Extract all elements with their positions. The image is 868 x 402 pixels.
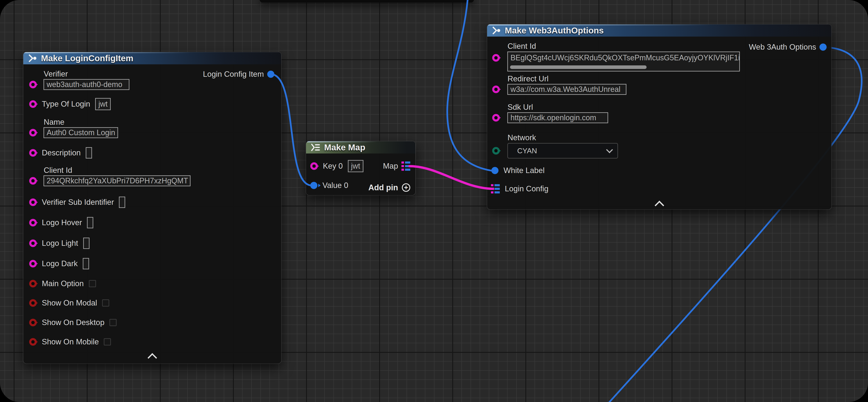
node-title: Make Web3AuthOptions	[505, 26, 604, 35]
white-label-label: White Label	[503, 166, 545, 175]
client-id-label: Client Id	[44, 166, 72, 175]
client-id-scrollbar[interactable]	[510, 65, 647, 69]
pin-web3auth-options[interactable]	[819, 44, 827, 51]
name-label: Name	[44, 118, 64, 126]
sdk-url-label: Sdk Url	[507, 103, 533, 112]
show-on-mobile-label: Show On Mobile	[42, 338, 99, 346]
pin-show-on-desktop[interactable]	[29, 319, 37, 326]
make-map-icon	[311, 143, 320, 151]
type-of-login-field[interactable]: jwt	[95, 98, 111, 110]
make-struct-icon	[28, 54, 37, 62]
output-label: Web 3Auth Options	[749, 43, 816, 52]
pin-network[interactable]	[492, 147, 500, 154]
pin-type-of-login[interactable]	[29, 100, 37, 108]
key-0-field[interactable]: jwt	[348, 160, 364, 172]
value-0-label: Value 0	[322, 181, 348, 190]
client-id-label: Client Id	[507, 42, 536, 51]
make-struct-icon	[492, 26, 501, 35]
pin-key-0[interactable]	[310, 162, 318, 170]
client-id-field[interactable]: BEglQSgt4cUWcj6SKRdu5QkOXTsePmMcusG5EAoy…	[507, 52, 740, 71]
map-output-label: Map	[383, 162, 398, 171]
show-on-desktop-label: Show On Desktop	[42, 318, 104, 327]
redirect-url-field[interactable]: w3a://com.w3a.Web3AuthUnreal	[507, 84, 626, 95]
wire-map-to-login-config[interactable]	[409, 166, 494, 189]
logo-dark-field[interactable]	[83, 258, 89, 269]
redirect-url-label: Redirect Url	[507, 75, 549, 83]
logo-dark-label: Logo Dark	[42, 259, 78, 268]
network-label: Network	[507, 133, 536, 142]
logo-hover-field[interactable]	[87, 217, 93, 228]
offscreen-node-bottom-edge	[260, 0, 474, 2]
collapse-chevron-icon[interactable]	[148, 353, 157, 363]
node-make-map[interactable]: Make Map Key 0 jwt Map Value 0	[306, 141, 415, 195]
pin-sdk-url[interactable]	[492, 114, 500, 121]
pin-redirect-url[interactable]	[492, 86, 500, 93]
node-title: Make LoginConfigItem	[41, 53, 133, 63]
output-label: Login Config Item	[203, 70, 264, 79]
description-label: Description	[42, 148, 81, 157]
show-on-modal-label: Show On Modal	[42, 298, 97, 307]
pin-show-on-modal[interactable]	[29, 299, 37, 307]
pin-main-option[interactable]	[29, 280, 37, 287]
node-header[interactable]: Make Map	[306, 141, 415, 153]
verifier-sub-identifier-field[interactable]	[119, 197, 125, 208]
pin-logo-light[interactable]	[29, 239, 37, 247]
pin-verifier-sub-identifier[interactable]	[29, 199, 37, 206]
logo-light-field[interactable]	[83, 237, 90, 249]
network-dropdown[interactable]: CYAN	[507, 143, 618, 159]
verifier-field[interactable]: web3auth-auth0-demo	[43, 79, 129, 90]
add-pin-icon: +	[402, 183, 410, 192]
network-dropdown-value: CYAN	[517, 147, 537, 155]
pin-logo-hover[interactable]	[29, 219, 37, 226]
collapse-chevron-icon[interactable]	[655, 201, 664, 210]
name-field[interactable]: Auth0 Custom Login	[43, 127, 118, 138]
chevron-down-icon	[606, 146, 613, 153]
client-id-field[interactable]: 294QRkchfq2YaXUbPri7D6PH7xzHgQMT	[43, 175, 190, 186]
verifier-sub-identifier-label: Verifier Sub Identifier	[42, 198, 114, 207]
show-on-desktop-checkbox[interactable]	[110, 319, 117, 326]
node-header[interactable]: Make LoginConfigItem	[23, 52, 281, 64]
sdk-url-field[interactable]: https://sdk.openlogin.com	[507, 112, 608, 123]
pin-description[interactable]	[29, 149, 37, 156]
pin-verifier[interactable]	[29, 81, 37, 88]
logo-light-label: Logo Light	[42, 239, 78, 248]
node-title: Make Map	[324, 143, 365, 152]
show-on-modal-checkbox[interactable]	[102, 299, 109, 307]
key-0-label: Key 0	[323, 162, 343, 171]
pin-name[interactable]	[29, 129, 37, 137]
node-header[interactable]: Make Web3AuthOptions	[487, 24, 832, 36]
blueprint-graph-canvas[interactable]: Make LoginConfigItem Login Config Item V…	[0, 0, 868, 402]
pin-show-on-mobile[interactable]	[29, 338, 37, 346]
logo-hover-label: Logo Hover	[42, 218, 82, 227]
pin-logo-dark[interactable]	[29, 260, 37, 267]
description-field[interactable]	[86, 147, 92, 159]
show-on-mobile-checkbox[interactable]	[104, 338, 111, 345]
node-make-web3authoptions[interactable]: Make Web3AuthOptions Web 3Auth Options C…	[487, 24, 832, 209]
type-of-login-label: Type Of Login	[42, 100, 90, 109]
add-pin-button[interactable]: Add pin +	[368, 183, 410, 192]
main-option-checkbox[interactable]	[89, 280, 96, 287]
node-make-loginconfigitem[interactable]: Make LoginConfigItem Login Config Item V…	[23, 52, 281, 364]
login-config-label: Login Config	[505, 184, 549, 193]
pin-client-id[interactable]	[29, 177, 37, 184]
main-option-label: Main Option	[42, 279, 84, 288]
pin-client-id[interactable]	[492, 54, 500, 62]
verifier-label: Verifier	[44, 69, 68, 79]
